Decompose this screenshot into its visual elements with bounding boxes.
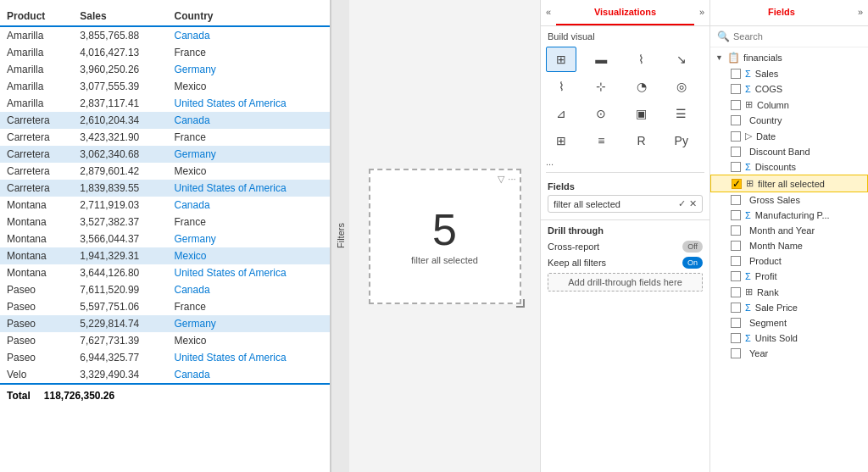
tree-item-filter-all-selected[interactable]: ✓⊞filter all selected	[710, 175, 868, 192]
tree-item-rank[interactable]: ⊞Rank	[710, 284, 868, 300]
table-scroll[interactable]: Product Sales Country Amarilla3,855,765.…	[0, 7, 330, 383]
table-row[interactable]: Paseo7,627,731.39Mexico	[0, 332, 330, 349]
filter-icon[interactable]: ▽	[498, 174, 504, 185]
gauge-chart-icon[interactable]: ⊙	[586, 101, 616, 126]
tree-item-discount-band[interactable]: Discount Band	[710, 144, 868, 159]
tree-chart-icon[interactable]: ⊞	[546, 128, 576, 153]
fields-tab[interactable]: Fields	[710, 0, 853, 25]
tree-item-checkbox[interactable]	[731, 303, 741, 313]
table-row[interactable]: Montana2,711,919.03Canada	[0, 197, 330, 214]
more-options-icon[interactable]: ···	[508, 174, 515, 185]
scatter-chart-icon[interactable]: ⊹	[586, 74, 616, 99]
tree-item-sale-price[interactable]: ΣSale Price	[710, 300, 868, 315]
tree-item-checkbox[interactable]: ✓	[732, 179, 742, 189]
tree-item-units-sold[interactable]: ΣUnits Sold	[710, 330, 868, 346]
table-row[interactable]: Carretera1,839,839.55United States of Am…	[0, 180, 330, 197]
tree-item-checkbox[interactable]	[731, 131, 741, 142]
tree-item-month-and-year[interactable]: Month and Year	[710, 223, 868, 238]
tree-item-checkbox[interactable]	[731, 333, 741, 343]
viz-expand-btn[interactable]: »	[694, 0, 709, 25]
fields-tree[interactable]: ▼ 📋 financials ΣSalesΣCOGS⊞ColumnCountry…	[710, 47, 868, 472]
tree-item-checkbox[interactable]	[731, 100, 741, 110]
fields-search-bar[interactable]: 🔍	[710, 26, 868, 47]
tree-item-checkbox[interactable]	[731, 348, 741, 358]
table-row[interactable]: Carretera2,610,204.34Canada	[0, 112, 330, 129]
tree-item-date[interactable]: ▷Date	[710, 128, 868, 144]
tree-item-checkbox[interactable]	[731, 147, 741, 157]
search-input[interactable]	[733, 31, 861, 42]
tree-item-checkbox[interactable]	[731, 210, 741, 220]
tree-item-checkbox[interactable]	[731, 84, 741, 94]
tree-item-year[interactable]: Year	[710, 346, 868, 361]
build-visual-label: Build visual	[541, 26, 709, 45]
tree-item-checkbox[interactable]	[731, 225, 741, 236]
waterfall-chart-icon[interactable]: ≡	[586, 128, 616, 153]
funnel-chart-icon[interactable]: ⊿	[546, 101, 576, 126]
table-row[interactable]: Paseo5,597,751.06France	[0, 298, 330, 315]
tree-item-checkbox[interactable]	[731, 241, 741, 251]
tree-item-profit[interactable]: ΣProfit	[710, 269, 868, 284]
py-chart-icon[interactable]: Py	[666, 128, 697, 153]
tree-item-checkbox[interactable]	[731, 195, 741, 205]
r-chart-icon[interactable]: R	[626, 128, 657, 153]
table-row[interactable]: Carretera3,062,340.68Germany	[0, 146, 330, 163]
resize-handle[interactable]	[516, 299, 525, 308]
viz-collapse-btn[interactable]: «	[541, 0, 556, 25]
field-pill[interactable]: filter all selected ✓ ✕	[548, 195, 703, 213]
tree-item-product[interactable]: Product	[710, 253, 868, 269]
table-row[interactable]: Carretera3,423,321.90France	[0, 129, 330, 146]
table-row[interactable]: Montana3,527,382.37France	[0, 214, 330, 230]
tree-item-gross-sales[interactable]: Gross Sales	[710, 192, 868, 208]
card-chart-icon[interactable]: ▣	[626, 101, 657, 126]
bar-chart-icon[interactable]: ▬	[586, 47, 616, 72]
tree-item-checkbox[interactable]	[731, 162, 741, 172]
table-row[interactable]: Montana3,644,126.80United States of Amer…	[0, 264, 330, 281]
cell-country: Canada	[168, 112, 330, 129]
table-row[interactable]: Montana1,941,329.31Mexico	[0, 247, 330, 264]
tree-item-checkbox[interactable]	[731, 271, 741, 281]
table-row[interactable]: Carretera2,879,601.42Mexico	[0, 163, 330, 180]
table-chart-icon[interactable]: ⊞	[546, 47, 576, 72]
table-row[interactable]: Amarilla2,837,117.41United States of Ame…	[0, 95, 330, 112]
area-chart-icon[interactable]: ↘	[666, 47, 697, 72]
table-row[interactable]: Paseo5,229,814.74Germany	[0, 315, 330, 332]
pie-chart-icon[interactable]: ◔	[626, 74, 657, 99]
tree-item-discounts[interactable]: ΣDiscounts	[710, 159, 868, 175]
tree-item-checkbox[interactable]	[731, 318, 741, 328]
cross-report-toggle[interactable]: Off	[682, 241, 703, 253]
add-drillthrough-btn[interactable]: Add drill-through fields here	[548, 273, 703, 292]
table-row[interactable]: Paseo6,944,325.77United States of Americ…	[0, 349, 330, 366]
table-row[interactable]: Velo3,329,490.34Canada	[0, 366, 330, 383]
tree-item-checkbox[interactable]	[731, 287, 741, 297]
tree-item-checkbox[interactable]	[731, 69, 741, 79]
viz-more-btn[interactable]: ...	[541, 155, 709, 169]
tree-item-manufacturing-p...[interactable]: ΣManufacturing P...	[710, 208, 868, 223]
tree-item-segment[interactable]: Segment	[710, 315, 868, 330]
tree-item-month-name[interactable]: Month Name	[710, 238, 868, 253]
col-chart-icon[interactable]: ⌇	[546, 74, 576, 99]
table-row[interactable]: Montana3,566,044.37Germany	[0, 230, 330, 247]
tree-item-country[interactable]: Country	[710, 113, 868, 128]
tree-item-cogs[interactable]: ΣCOGS	[710, 81, 868, 97]
field-remove-icon[interactable]: ✕	[689, 198, 697, 209]
map-chart-icon[interactable]: ☰	[666, 101, 697, 126]
tree-item-column[interactable]: ⊞Column	[710, 97, 868, 113]
visual-box[interactable]: ▽ ··· 5 filter all selected	[369, 169, 521, 304]
canvas-area[interactable]: ▽ ··· 5 filter all selected	[349, 0, 540, 472]
tree-item-checkbox[interactable]	[731, 115, 741, 125]
visualizations-tab[interactable]: Visualizations	[556, 0, 694, 25]
tree-group-header-financials[interactable]: ▼ 📋 financials	[710, 49, 868, 66]
table-row[interactable]: Amarilla3,077,555.39Mexico	[0, 78, 330, 95]
line-chart-icon[interactable]: ⌇	[626, 47, 657, 72]
keep-filters-toggle[interactable]: On	[682, 257, 703, 269]
table-row[interactable]: Paseo7,611,520.99Canada	[0, 281, 330, 298]
tree-item-checkbox[interactable]	[731, 256, 741, 266]
table-row[interactable]: Amarilla3,960,250.26Germany	[0, 61, 330, 78]
field-check-icon[interactable]: ✓	[678, 198, 686, 209]
table-row[interactable]: Amarilla3,855,765.88Canada	[0, 26, 330, 44]
fields-expand-btn[interactable]: »	[853, 0, 868, 25]
col-sales: Sales	[73, 7, 167, 26]
table-row[interactable]: Amarilla4,016,427.13France	[0, 44, 330, 61]
tree-item-sales[interactable]: ΣSales	[710, 66, 868, 81]
donut-chart-icon[interactable]: ◎	[666, 74, 697, 99]
